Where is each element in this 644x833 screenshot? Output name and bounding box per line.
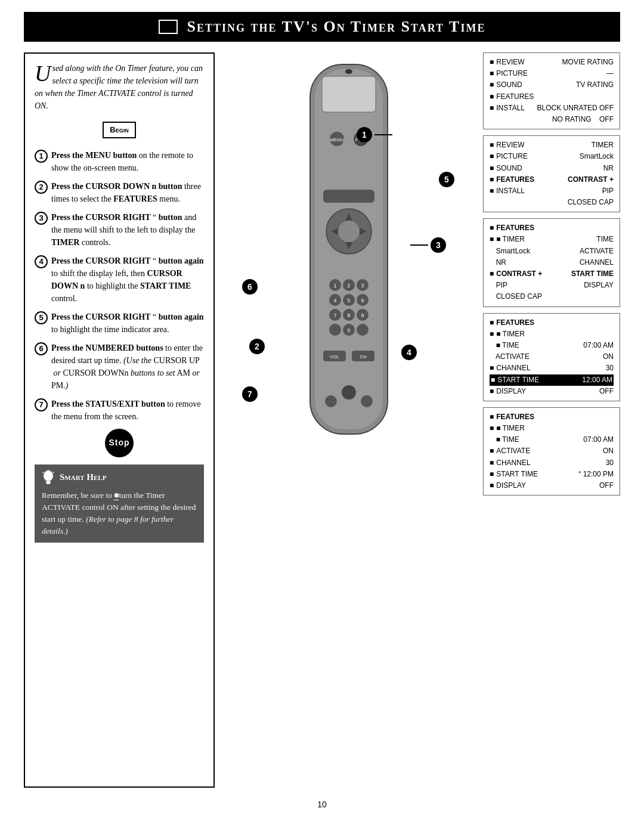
step-6: 6 Press the NUMBERED buttons to enter th… — [35, 342, 204, 392]
menu-row: ■ACTIVATE ON — [490, 445, 614, 457]
menu-row: ■REVIEW TIMER — [490, 140, 614, 151]
tv-icon — [159, 20, 178, 34]
step-text-1: Press the MENU button on the remote to s… — [51, 149, 204, 174]
svg-text:8: 8 — [347, 312, 350, 318]
svg-text:3: 3 — [361, 283, 364, 289]
menu-box-3: ■FEATURES ■■ TIMER TIME SmartLock ACTIVA… — [483, 218, 620, 306]
menu-row: ■CONTRAST + START TIME — [490, 268, 614, 280]
menu-row: ■CHANNEL 30 — [490, 363, 614, 374]
menu-row: ■FEATURES — [490, 91, 614, 103]
menu-box-4: ■FEATURES ■■ TIMER ■ TIME 07:00 AM ACTIV… — [483, 313, 620, 401]
menu-row: ■DISPLAY OFF — [490, 480, 614, 491]
menu-row: ■INSTALL BLOCK UNRATED OFF — [490, 103, 614, 114]
smart-help-body: Remember, be sure to ■turn the Timer ACT… — [42, 490, 197, 538]
svg-text:VOL: VOL — [330, 354, 340, 360]
main-content: U sed along with the On Timer feature, y… — [24, 52, 620, 788]
svg-rect-8 — [322, 76, 376, 112]
menu-row: ■INSTALL PIP — [490, 185, 614, 197]
svg-point-49 — [345, 69, 352, 74]
menu-box-2: ■REVIEW TIMER ■PICTURE SmartLock ■SOUND … — [483, 135, 620, 212]
stop-badge: Stop — [35, 429, 204, 457]
svg-point-0 — [44, 470, 53, 481]
menu-row: CLOSED CAP — [490, 291, 614, 302]
step-number-7: 7 — [35, 398, 48, 411]
svg-point-26 — [357, 324, 369, 336]
lightbulb-icon — [42, 469, 55, 486]
svg-rect-1 — [46, 481, 51, 483]
callout-5: 5 — [439, 172, 454, 187]
menu-row: ■■ TIMER TIME — [490, 234, 614, 245]
menu-row: SmartLock ACTIVATE — [490, 246, 614, 257]
menu-row: ■FEATURES — [490, 222, 614, 234]
step-number-3: 3 — [35, 212, 48, 225]
smart-help-label: Smart Help — [60, 470, 106, 484]
callout-2: 2 — [249, 339, 265, 354]
svg-point-47 — [325, 395, 337, 407]
step-2: 2 Press the CURSOR DOWN n button three t… — [35, 180, 204, 205]
menu-box-5: ■FEATURES ■■ TIMER ■ TIME 07:00 AM ■ACTI… — [483, 407, 620, 496]
callout-1: 1 — [357, 127, 392, 143]
svg-point-24 — [329, 324, 341, 336]
menu-row: ■DISPLAY OFF — [490, 386, 614, 397]
menu-box-1: ■REVIEW MOVIE RATING ■PICTURE — ■SOUND T… — [483, 52, 620, 129]
intro-body: sed along with the On Timer feature, you… — [35, 64, 203, 110]
callout-6: 6 — [242, 279, 258, 295]
svg-text:1: 1 — [333, 283, 336, 289]
menu-row: ■ TIME 07:00 AM — [490, 340, 614, 351]
svg-line-5 — [53, 472, 54, 473]
remote-control: 1 2 3 4 5 6 7 8 9 0 VOL CH MENU PWR — [292, 58, 405, 464]
svg-text:0: 0 — [347, 327, 350, 333]
menu-row: ■CHANNEL 30 — [490, 457, 614, 469]
intro-text: U sed along with the On Timer feature, y… — [35, 62, 204, 112]
step-number-5: 5 — [35, 311, 48, 324]
menu-row: ■PICTURE — — [490, 68, 614, 79]
smart-help-text: Remember, be sure to ■turn the Timer ACT… — [42, 491, 196, 536]
callout-4: 4 — [401, 345, 417, 360]
menu-row: ■SOUND TV RATING — [490, 79, 614, 91]
menu-row: NR CHANNEL — [490, 257, 614, 268]
svg-text:6: 6 — [361, 298, 364, 304]
right-panel: ■REVIEW MOVIE RATING ■PICTURE — ■SOUND T… — [483, 52, 620, 788]
menu-row: ■SOUND NR — [490, 163, 614, 174]
svg-text:2: 2 — [347, 283, 350, 289]
menu-row: CLOSED CAP — [490, 197, 614, 208]
page-header: Setting the TV's On Timer Start Time — [24, 12, 620, 42]
step-text-4: Press the CURSOR RIGHT “ button again to… — [51, 255, 204, 305]
svg-point-10 — [338, 221, 360, 242]
menu-row: ■FEATURES CONTRAST + — [490, 174, 614, 185]
menu-row: ■ TIME 07:00 AM — [490, 434, 614, 445]
menu-row: ■REVIEW MOVIE RATING — [490, 57, 614, 68]
steps-list: 1 Press the MENU button on the remote to… — [35, 149, 204, 423]
menu-row: PIP DISPLAY — [490, 280, 614, 291]
step-3: 3 Press the CURSOR RIGHT “ button and th… — [35, 211, 204, 249]
svg-text:7: 7 — [333, 312, 336, 318]
step-5: 5 Press the CURSOR RIGHT “ button again … — [35, 311, 204, 336]
step-4: 4 Press the CURSOR RIGHT “ button again … — [35, 255, 204, 305]
svg-text:9: 9 — [361, 312, 364, 318]
drop-cap: U — [35, 64, 51, 82]
callout-3: 3 — [410, 237, 446, 253]
page-number: 10 — [317, 800, 327, 809]
menu-row: ■FEATURES — [490, 317, 614, 329]
step-text-5: Press the CURSOR RIGHT “ button again to… — [51, 311, 204, 336]
svg-point-48 — [361, 395, 373, 407]
menu-row: NO RATING OFF — [490, 114, 614, 125]
menu-row: ■START TIME “ 12:00 PM — [490, 469, 614, 480]
step-text-6: Press the NUMBERED buttons to enter the … — [51, 342, 204, 392]
menu-row: ■PICTURE SmartLock — [490, 151, 614, 162]
step-number-2: 2 — [35, 181, 48, 194]
svg-point-46 — [342, 385, 356, 400]
center-panel: 1 2 3 4 5 6 7 8 9 0 VOL CH MENU PWR — [225, 52, 472, 788]
menu-row: ACTIVATE ON — [490, 351, 614, 363]
step-1: 1 Press the MENU button on the remote to… — [35, 149, 204, 174]
step-number-4: 4 — [35, 255, 48, 268]
menu-row-highlighted: ■START TIME 12:00 AM — [490, 374, 614, 386]
instruction-panel: U sed along with the On Timer feature, y… — [24, 52, 215, 788]
step-number-6: 6 — [35, 342, 48, 355]
begin-badge: Begin — [103, 122, 135, 138]
svg-text:5: 5 — [347, 298, 350, 304]
smart-help-title: Smart Help — [42, 469, 197, 486]
svg-text:4: 4 — [333, 298, 336, 304]
menu-row: ■FEATURES — [490, 411, 614, 423]
svg-rect-45 — [323, 190, 374, 203]
